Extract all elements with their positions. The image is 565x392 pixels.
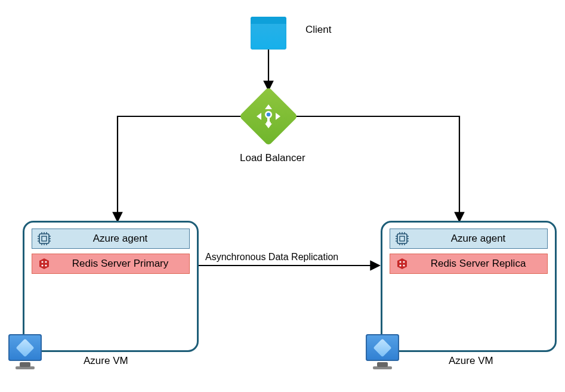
load-balancer-icon bbox=[248, 95, 289, 137]
svg-point-8 bbox=[266, 121, 271, 126]
vm-label-left: Azure VM bbox=[84, 355, 128, 367]
redis-row-right: Redis Server Replica bbox=[390, 254, 548, 274]
vm-box-right: Azure agent Redis Server Replica bbox=[381, 221, 557, 352]
redis-icon: <полygon/> bbox=[37, 257, 51, 271]
azure-agent-row-left: Azure agent bbox=[32, 229, 190, 249]
client-label: Client bbox=[305, 24, 331, 36]
client-icon bbox=[251, 17, 286, 50]
redis-row-left: <полygon/> Redis Server Primary bbox=[32, 254, 190, 274]
svg-rect-10 bbox=[39, 234, 49, 243]
svg-point-45 bbox=[403, 264, 405, 266]
svg-rect-29 bbox=[400, 236, 405, 241]
svg-point-44 bbox=[399, 264, 401, 266]
vm-monitor-icon-right bbox=[366, 334, 399, 361]
cpu-icon bbox=[395, 232, 409, 246]
svg-marker-5 bbox=[276, 113, 280, 120]
svg-marker-2 bbox=[265, 104, 272, 109]
replication-label: Asynchronous Data Replication bbox=[205, 252, 338, 263]
azure-agent-label-left: Azure agent bbox=[56, 233, 184, 245]
redis-label-left: Redis Server Primary bbox=[56, 258, 184, 270]
svg-point-24 bbox=[41, 261, 43, 263]
svg-point-9 bbox=[267, 113, 271, 117]
vm-box-left: Azure agent <полygon/> Redis Server Prim… bbox=[23, 221, 199, 352]
azure-agent-label-right: Azure agent bbox=[414, 233, 542, 245]
redis-label-right: Redis Server Replica bbox=[414, 258, 542, 270]
load-balancer-label: Load Balancer bbox=[240, 152, 305, 164]
svg-rect-11 bbox=[42, 236, 47, 241]
svg-point-42 bbox=[399, 261, 401, 263]
svg-rect-28 bbox=[397, 234, 407, 243]
vm-label-right: Azure VM bbox=[449, 355, 493, 367]
svg-marker-4 bbox=[257, 113, 261, 120]
svg-point-26 bbox=[41, 264, 43, 266]
svg-point-27 bbox=[45, 264, 47, 266]
svg-point-25 bbox=[45, 261, 47, 263]
cpu-icon bbox=[37, 232, 51, 246]
azure-agent-row-right: Azure agent bbox=[390, 229, 548, 249]
svg-point-43 bbox=[403, 261, 405, 263]
vm-monitor-icon-left bbox=[8, 334, 42, 361]
redis-icon bbox=[395, 257, 409, 271]
